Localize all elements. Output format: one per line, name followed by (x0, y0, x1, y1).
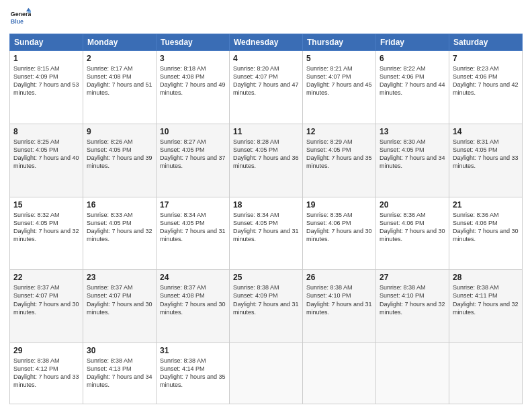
cell-info: Sunrise: 8:38 AMSunset: 4:11 PMDaylight:… (453, 283, 519, 316)
cell-info: Sunrise: 8:38 AMSunset: 4:09 PMDaylight:… (233, 283, 299, 316)
day-number: 7 (453, 54, 519, 63)
day-number: 28 (453, 273, 519, 282)
day-number: 22 (13, 273, 79, 282)
day-number: 8 (13, 127, 79, 136)
calendar-cell (230, 343, 303, 404)
cell-info: Sunrise: 8:20 AMSunset: 4:07 PMDaylight:… (233, 64, 299, 97)
calendar-cell: 19Sunrise: 8:35 AMSunset: 4:06 PMDayligh… (303, 197, 376, 270)
header: General Blue (9, 7, 523, 28)
cell-info: Sunrise: 8:37 AMSunset: 4:07 PMDaylight:… (87, 283, 152, 316)
cell-info: Sunrise: 8:18 AMSunset: 4:08 PMDaylight:… (160, 64, 226, 97)
weekday-header-row: SundayMondayTuesdayWednesdayThursdayFrid… (10, 34, 523, 51)
day-number: 1 (13, 54, 79, 63)
day-number: 11 (233, 127, 299, 136)
cell-info: Sunrise: 8:38 AMSunset: 4:13 PMDaylight:… (87, 357, 152, 390)
calendar-cell: 22Sunrise: 8:37 AMSunset: 4:07 PMDayligh… (10, 270, 83, 343)
day-number: 4 (233, 54, 299, 63)
cell-info: Sunrise: 8:30 AMSunset: 4:05 PMDaylight:… (380, 138, 445, 171)
calendar-cell: 5Sunrise: 8:21 AMSunset: 4:07 PMDaylight… (303, 51, 376, 124)
day-number: 18 (233, 200, 299, 210)
cell-info: Sunrise: 8:34 AMSunset: 4:05 PMDaylight:… (233, 211, 299, 244)
week-row-4: 22Sunrise: 8:37 AMSunset: 4:07 PMDayligh… (10, 270, 523, 343)
cell-info: Sunrise: 8:21 AMSunset: 4:07 PMDaylight:… (306, 64, 372, 97)
day-number: 29 (13, 346, 79, 355)
weekday-header-monday: Monday (83, 34, 157, 51)
cell-info: Sunrise: 8:35 AMSunset: 4:06 PMDaylight:… (306, 211, 372, 244)
cell-info: Sunrise: 8:25 AMSunset: 4:05 PMDaylight:… (13, 138, 79, 171)
week-row-3: 15Sunrise: 8:32 AMSunset: 4:05 PMDayligh… (10, 197, 523, 270)
calendar-cell: 28Sunrise: 8:38 AMSunset: 4:11 PMDayligh… (449, 270, 523, 343)
cell-info: Sunrise: 8:22 AMSunset: 4:06 PMDaylight:… (380, 64, 445, 97)
weekday-header-thursday: Thursday (303, 34, 376, 51)
svg-text:Blue: Blue (11, 18, 24, 25)
cell-info: Sunrise: 8:38 AMSunset: 4:10 PMDaylight:… (306, 283, 372, 316)
logo: General Blue (9, 7, 34, 28)
calendar-cell: 12Sunrise: 8:29 AMSunset: 4:05 PMDayligh… (303, 124, 376, 197)
day-number: 2 (87, 54, 152, 63)
page: General Blue SundayMondayTuesdayWednesda… (0, 0, 532, 411)
cell-info: Sunrise: 8:32 AMSunset: 4:05 PMDaylight:… (13, 211, 79, 244)
cell-info: Sunrise: 8:27 AMSunset: 4:05 PMDaylight:… (160, 138, 226, 171)
calendar-cell: 25Sunrise: 8:38 AMSunset: 4:09 PMDayligh… (230, 270, 303, 343)
calendar-cell: 15Sunrise: 8:32 AMSunset: 4:05 PMDayligh… (10, 197, 83, 270)
day-number: 6 (380, 54, 445, 63)
cell-info: Sunrise: 8:38 AMSunset: 4:12 PMDaylight:… (13, 357, 79, 390)
calendar: SundayMondayTuesdayWednesdayThursdayFrid… (9, 34, 523, 404)
cell-info: Sunrise: 8:38 AMSunset: 4:10 PMDaylight:… (380, 283, 445, 316)
cell-info: Sunrise: 8:33 AMSunset: 4:05 PMDaylight:… (87, 211, 152, 244)
day-number: 25 (233, 273, 299, 282)
cell-info: Sunrise: 8:36 AMSunset: 4:06 PMDaylight:… (380, 211, 445, 244)
calendar-cell: 4Sunrise: 8:20 AMSunset: 4:07 PMDaylight… (230, 51, 303, 124)
weekday-header-wednesday: Wednesday (230, 34, 303, 51)
calendar-cell: 21Sunrise: 8:36 AMSunset: 4:06 PMDayligh… (449, 197, 523, 270)
day-number: 27 (380, 273, 445, 282)
cell-info: Sunrise: 8:37 AMSunset: 4:07 PMDaylight:… (13, 283, 79, 316)
calendar-cell: 8Sunrise: 8:25 AMSunset: 4:05 PMDaylight… (10, 124, 83, 197)
calendar-cell: 27Sunrise: 8:38 AMSunset: 4:10 PMDayligh… (376, 270, 449, 343)
calendar-cell: 13Sunrise: 8:30 AMSunset: 4:05 PMDayligh… (376, 124, 449, 197)
day-number: 3 (160, 54, 226, 63)
calendar-cell: 26Sunrise: 8:38 AMSunset: 4:10 PMDayligh… (303, 270, 376, 343)
calendar-cell: 11Sunrise: 8:28 AMSunset: 4:05 PMDayligh… (230, 124, 303, 197)
calendar-cell: 17Sunrise: 8:34 AMSunset: 4:05 PMDayligh… (157, 197, 230, 270)
cell-info: Sunrise: 8:31 AMSunset: 4:05 PMDaylight:… (453, 138, 519, 171)
calendar-cell: 20Sunrise: 8:36 AMSunset: 4:06 PMDayligh… (376, 197, 449, 270)
day-number: 12 (306, 127, 372, 136)
calendar-cell: 18Sunrise: 8:34 AMSunset: 4:05 PMDayligh… (230, 197, 303, 270)
cell-info: Sunrise: 8:29 AMSunset: 4:05 PMDaylight:… (306, 138, 372, 171)
day-number: 10 (160, 127, 226, 136)
week-row-1: 1Sunrise: 8:15 AMSunset: 4:09 PMDaylight… (10, 51, 523, 124)
calendar-cell: 10Sunrise: 8:27 AMSunset: 4:05 PMDayligh… (157, 124, 230, 197)
cell-info: Sunrise: 8:17 AMSunset: 4:08 PMDaylight:… (87, 64, 152, 97)
cell-info: Sunrise: 8:37 AMSunset: 4:08 PMDaylight:… (160, 283, 226, 316)
day-number: 20 (380, 200, 445, 210)
calendar-cell: 2Sunrise: 8:17 AMSunset: 4:08 PMDaylight… (83, 51, 157, 124)
calendar-cell: 29Sunrise: 8:38 AMSunset: 4:12 PMDayligh… (10, 343, 83, 404)
day-number: 23 (87, 273, 152, 282)
week-row-2: 8Sunrise: 8:25 AMSunset: 4:05 PMDaylight… (10, 124, 523, 197)
cell-info: Sunrise: 8:36 AMSunset: 4:06 PMDaylight:… (453, 211, 519, 244)
cell-info: Sunrise: 8:38 AMSunset: 4:14 PMDaylight:… (160, 357, 226, 390)
calendar-cell (376, 343, 449, 404)
week-row-5: 29Sunrise: 8:38 AMSunset: 4:12 PMDayligh… (10, 343, 523, 404)
calendar-cell: 9Sunrise: 8:26 AMSunset: 4:05 PMDaylight… (83, 124, 157, 197)
calendar-cell: 24Sunrise: 8:37 AMSunset: 4:08 PMDayligh… (157, 270, 230, 343)
cell-info: Sunrise: 8:28 AMSunset: 4:05 PMDaylight:… (233, 138, 299, 171)
calendar-cell: 1Sunrise: 8:15 AMSunset: 4:09 PMDaylight… (10, 51, 83, 124)
day-number: 19 (306, 200, 372, 210)
weekday-header-friday: Friday (376, 34, 449, 51)
calendar-cell: 7Sunrise: 8:23 AMSunset: 4:06 PMDaylight… (449, 51, 523, 124)
weekday-header-sunday: Sunday (10, 34, 83, 51)
calendar-cell: 23Sunrise: 8:37 AMSunset: 4:07 PMDayligh… (83, 270, 157, 343)
day-number: 9 (87, 127, 152, 136)
calendar-cell: 30Sunrise: 8:38 AMSunset: 4:13 PMDayligh… (83, 343, 157, 404)
day-number: 5 (306, 54, 372, 63)
day-number: 24 (160, 273, 226, 282)
cell-info: Sunrise: 8:34 AMSunset: 4:05 PMDaylight:… (160, 211, 226, 244)
calendar-cell: 14Sunrise: 8:31 AMSunset: 4:05 PMDayligh… (449, 124, 523, 197)
calendar-cell: 6Sunrise: 8:22 AMSunset: 4:06 PMDaylight… (376, 51, 449, 124)
cell-info: Sunrise: 8:15 AMSunset: 4:09 PMDaylight:… (13, 64, 79, 97)
weekday-header-tuesday: Tuesday (157, 34, 230, 51)
cell-info: Sunrise: 8:23 AMSunset: 4:06 PMDaylight:… (453, 64, 519, 97)
day-number: 14 (453, 127, 519, 136)
